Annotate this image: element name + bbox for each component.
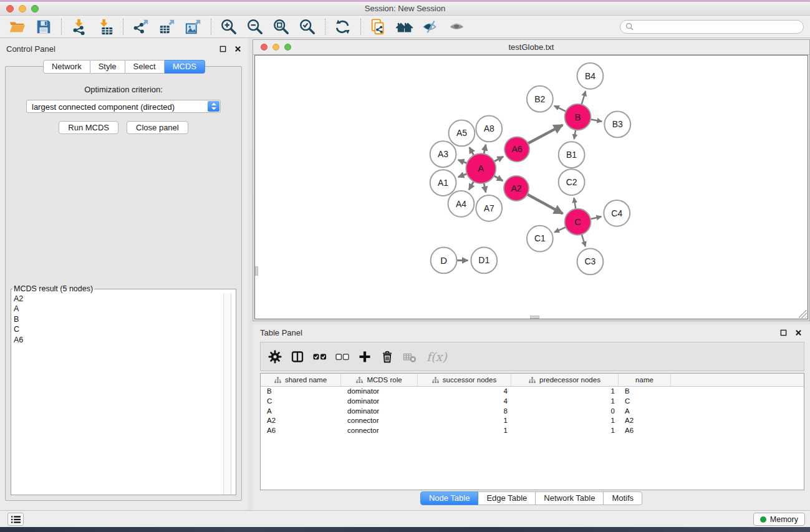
export-network-icon[interactable] <box>132 17 150 36</box>
graph-node-A[interactable] <box>466 153 496 183</box>
tab-mcds[interactable]: MCDS <box>165 60 205 74</box>
zoom-fit-icon[interactable] <box>272 17 291 36</box>
table-row[interactable]: Cdominator41C <box>261 397 804 407</box>
tab-edge-table[interactable]: Edge Table <box>478 491 536 505</box>
open-session-icon[interactable] <box>8 17 27 36</box>
delete-columns-icon[interactable] <box>380 350 394 364</box>
graph-node-B1[interactable] <box>559 142 585 168</box>
optimization-select[interactable]: largest connected component (directed) <box>26 100 221 113</box>
show-panels-button[interactable] <box>7 513 24 526</box>
home-icon[interactable] <box>395 17 414 36</box>
table-cell: A6 <box>261 426 341 436</box>
graph-node-C4[interactable] <box>604 200 630 226</box>
delete-table-icon[interactable] <box>403 350 417 364</box>
graph-node-C2[interactable] <box>559 169 585 195</box>
search-input[interactable] <box>634 22 798 31</box>
splitter-handle-bottom[interactable] <box>530 316 539 319</box>
show-columns-icon[interactable] <box>291 350 304 364</box>
graph-node-A1[interactable] <box>430 170 456 196</box>
graph-node-C3[interactable] <box>577 249 604 275</box>
network-canvas[interactable]: AA1A2A3A4A5A6A7A8BB1B2B3B4CC1C2C3C4DD1 <box>254 55 808 319</box>
titlebar: Session: New Session <box>0 2 810 16</box>
column-header-predecessor-nodes[interactable]: predecessor nodes <box>511 374 619 386</box>
memory-button[interactable]: Memory <box>753 513 805 526</box>
table-row[interactable]: Bdominator41B <box>261 387 804 397</box>
graph-node-A6[interactable] <box>504 137 529 162</box>
graph-node-A8[interactable] <box>476 116 502 142</box>
select-all-columns-icon[interactable] <box>313 350 327 364</box>
network-window-titlebar[interactable]: testGlobe.txt <box>253 40 809 55</box>
graph-node-D[interactable] <box>431 248 457 274</box>
table-cell <box>671 426 804 436</box>
graph-node-B[interactable] <box>565 104 591 130</box>
save-session-icon[interactable] <box>34 17 53 36</box>
apply-function-icon[interactable]: f(x) <box>427 350 447 364</box>
export-image-icon[interactable] <box>184 17 203 36</box>
column-header-successor-nodes[interactable]: successor nodes <box>418 374 511 386</box>
table-cell: B <box>261 387 341 397</box>
table-cell: dominator <box>341 407 418 417</box>
mcds-result-item[interactable]: A6 <box>14 335 236 345</box>
tab-network-table[interactable]: Network Table <box>536 491 604 505</box>
run-mcds-button[interactable]: Run MCDS <box>59 121 118 134</box>
graph-node-A4[interactable] <box>448 191 475 217</box>
refresh-icon[interactable] <box>334 17 352 36</box>
deselect-all-columns-icon[interactable] <box>335 350 349 364</box>
optimization-select-value: largest connected component (directed) <box>32 102 175 112</box>
mcds-result-title: MCDS result (5 nodes) <box>12 284 94 293</box>
table-row[interactable]: A2connector11A2 <box>261 416 804 426</box>
tab-network[interactable]: Network <box>43 60 90 74</box>
table-toolbar: f(x) <box>260 342 804 371</box>
table-row[interactable]: A6connector11A6 <box>261 426 804 436</box>
zoom-out-icon[interactable] <box>246 17 264 36</box>
table-cell <box>671 387 804 397</box>
column-header-mcds-role[interactable]: MCDS role <box>341 374 418 386</box>
mcds-result-item[interactable]: C <box>14 324 236 334</box>
node-table-header: shared nameMCDS rolesuccessor nodesprede… <box>261 374 804 387</box>
table-panel-title: Table Panel <box>260 328 302 337</box>
column-header-shared-name[interactable]: shared name <box>261 374 341 386</box>
hide-graphics-details-icon[interactable] <box>422 17 440 36</box>
graph-node-C[interactable] <box>565 209 591 235</box>
close-panel-icon[interactable] <box>233 44 242 53</box>
mcds-result-item[interactable]: A2 <box>14 294 236 304</box>
import-network-icon[interactable] <box>70 17 89 36</box>
graph-node-A7[interactable] <box>476 195 502 221</box>
graph-node-C1[interactable] <box>527 226 553 252</box>
graph-node-B2[interactable] <box>527 86 553 112</box>
float-table-panel-icon[interactable] <box>779 328 788 337</box>
resize-grip-icon[interactable] <box>799 310 807 318</box>
search-box <box>620 20 804 34</box>
add-column-icon[interactable] <box>358 350 372 364</box>
mcds-result-item[interactable]: B <box>14 314 236 324</box>
mcds-result-item[interactable]: A <box>14 304 236 314</box>
graph-node-A2[interactable] <box>504 176 529 201</box>
tab-style[interactable]: Style <box>90 60 125 74</box>
shared-column-icon <box>356 377 363 384</box>
table-cell: 4 <box>418 397 511 407</box>
show-graphics-details-icon[interactable] <box>448 17 466 36</box>
graph-node-B4[interactable] <box>577 63 604 89</box>
export-table-icon[interactable] <box>158 17 176 36</box>
column-header-name[interactable]: name <box>619 374 671 386</box>
float-panel-icon[interactable] <box>218 44 227 53</box>
table-settings-icon[interactable] <box>268 350 282 364</box>
close-panel-button[interactable]: Close panel <box>127 121 188 134</box>
zoom-in-icon[interactable] <box>219 17 238 36</box>
graph-node-B3[interactable] <box>604 112 630 138</box>
table-cell: 1 <box>511 387 619 397</box>
network-from-selection-icon[interactable] <box>369 17 388 36</box>
result-list-scrollbar[interactable] <box>223 293 231 495</box>
graph-node-A3[interactable] <box>430 141 456 167</box>
graph-node-A5[interactable] <box>449 120 475 147</box>
table-row[interactable]: Adominator80A <box>261 407 804 417</box>
tab-motifs[interactable]: Motifs <box>604 491 642 505</box>
memory-status-icon <box>760 516 766 523</box>
splitter-handle-left[interactable] <box>255 266 258 276</box>
close-table-panel-icon[interactable] <box>794 328 803 337</box>
zoom-selected-icon[interactable] <box>298 17 317 36</box>
tab-node-table[interactable]: Node Table <box>420 491 479 505</box>
tab-select[interactable]: Select <box>125 60 165 74</box>
import-table-icon[interactable] <box>96 17 115 36</box>
graph-node-D1[interactable] <box>471 248 497 274</box>
